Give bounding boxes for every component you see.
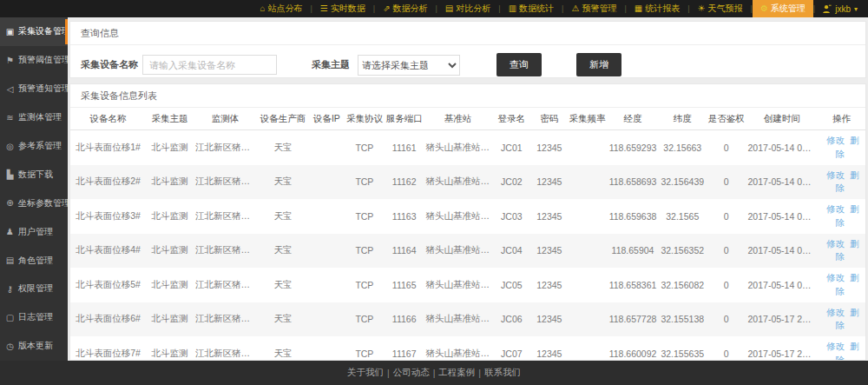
table-cell: 猪头山基准站02 [424,130,492,165]
table-cell: 猪头山基准站02 [424,199,492,234]
device-table: 设备名称采集主题监测体设备生产商设备IP采集协议服务端口基准站登录名密码采集频率… [70,108,865,361]
column-header: 密码 [531,108,567,130]
nav-item-0[interactable]: ⌂站点分布 [252,0,310,17]
actions-cell: 修改删除 [818,234,865,269]
sidebar-item-label: 参考系管理 [18,140,62,152]
nav-item-8[interactable]: ⚙系统管理 [753,0,813,17]
edit-link[interactable]: 修改 [826,238,845,249]
edit-link[interactable]: 修改 [826,135,845,145]
table-cell: 天宝 [257,336,309,361]
table-cell: 2017-05-14 00:45:08 [746,130,818,165]
sidebar-item-label: 采集设备管理 [18,25,70,37]
version-clock-icon: ◷ [5,342,15,351]
nav-item-2[interactable]: ⇗数据分析 [375,0,435,17]
nav-item-6[interactable]: ▦统计报表 [627,0,687,17]
table-cell: 江北新区猪头山(猪... [194,199,257,234]
wifi-signal-icon: ≋ [5,113,15,123]
home-icon: ⌂ [260,4,265,13]
table-cell: 32.156439 [659,165,707,200]
table-row: 北斗表面位移2#北斗监测江北新区猪头山(猪...天宝TCP11162猪头山基准站… [70,165,865,200]
query-form: 采集设备名称 采集主题 请选择采集主题 查询 新增 [70,45,865,84]
edit-link[interactable]: 修改 [826,203,845,214]
sidebar-item-6[interactable]: ⊕坐标参数管理 [0,189,68,217]
lock-key-icon: ⚷ [5,284,15,294]
table-cell: 北斗监测 [146,234,194,269]
table-cell: 11167 [385,336,424,361]
table-cell [567,130,607,165]
table-row: 北斗表面位移6#北斗监测江北新区猪头山(猪...天宝TCP11166猪头山基准站… [70,302,865,337]
compare-doc-icon: ▤ [445,4,453,13]
sidebar-item-4[interactable]: ◎参考系管理 [0,132,68,161]
search-button[interactable]: 查询 [496,53,542,76]
gear-icon: ⚙ [760,4,768,13]
nav-item-3[interactable]: ▤对比分析 [437,0,498,17]
topic-select[interactable]: 请选择采集主题 [358,55,460,76]
sidebar-item-9[interactable]: ⚷权限管理 [0,275,68,303]
add-button[interactable]: 新增 [576,53,621,76]
download-chart-icon: ▙ [5,169,15,179]
sidebar-item-0[interactable]: ▣采集设备管理 [0,17,68,46]
table-cell: TCP [345,130,385,165]
bar-chart-icon: ▥ [509,4,516,13]
table-cell: 32.15663 [659,130,707,165]
table-cell: 北斗表面位移6# [70,302,146,337]
table-row: 北斗表面位移3#北斗监测江北新区猪头山(猪...天宝TCP11163猪头山基准站… [70,199,865,234]
sidebar-item-1[interactable]: ⚑预警阈值管理 [0,46,68,75]
sidebar-item-label: 角色管理 [18,255,53,267]
table-cell: 11162 [385,165,424,200]
notification-speaker-icon: ◁ [5,84,15,94]
nav-item-1[interactable]: ☰实时数据 [312,0,373,17]
column-header: 操作 [818,108,865,130]
footer-link-0[interactable]: 关于我们 [347,367,384,379]
column-header: 纬度 [659,108,707,130]
table-cell: 猪头山基准站02 [424,234,492,269]
table-cell: 江北新区猪头山(猪... [194,302,257,337]
query-panel-title: 查询信息 [70,22,865,45]
table-cell: 北斗表面位移4# [70,234,146,269]
threshold-alert-icon: ⚑ [5,56,15,65]
footer-link-2[interactable]: 工程案例 [438,367,475,379]
sidebar-item-11[interactable]: ◷版本更新 [0,332,68,361]
edit-link[interactable]: 修改 [826,169,845,180]
column-header: 是否鉴权 [707,108,746,130]
table-cell: TCP [345,165,385,200]
actions-cell: 修改删除 [818,165,865,200]
sidebar-item-7[interactable]: ♟用户管理 [0,217,68,246]
nav-item-label: 对比分析 [456,3,490,15]
weather-sun-icon: ☀ [698,4,706,13]
device-name-input[interactable] [142,55,277,75]
role-card-icon: ▤ [5,256,15,265]
sidebar-item-8[interactable]: ▤角色管理 [0,246,68,275]
table-header-row: 设备名称采集主题监测体设备生产商设备IP采集协议服务端口基准站登录名密码采集频率… [70,108,865,130]
nav-item-5[interactable]: ⚠预警管理 [563,0,624,17]
footer-divider: | [387,368,390,378]
nav-item-4[interactable]: ▥数据统计 [501,0,562,17]
nav-item-7[interactable]: ☀天气预报 [690,0,751,17]
table-cell: 118.660092 [607,336,659,361]
table-cell: 天宝 [257,130,309,165]
edit-link[interactable]: 修改 [826,341,845,351]
trend-chart-icon: ⇗ [383,4,390,13]
actions-cell: 修改删除 [818,268,865,302]
footer-link-1[interactable]: 公司动态 [393,367,430,379]
sidebar-item-2[interactable]: ◁预警通知管理 [0,75,68,103]
table-cell: TCP [345,199,385,234]
table-cell: 2017-05-17 21:50:22 [746,302,818,337]
table-cell: 天宝 [257,268,309,302]
edit-link[interactable]: 修改 [826,307,845,317]
user-menu[interactable]: jxkb ▾ [815,4,868,14]
sidebar-item-label: 预警通知管理 [18,83,70,95]
footer-divider: | [478,368,481,378]
sidebar-item-label: 预警阈值管理 [18,54,70,66]
table-cell: JC03 [491,199,531,234]
table-cell: 11165 [385,268,424,302]
chevron-down-icon: ▾ [854,5,858,13]
footer-link-3[interactable]: 联系我们 [484,367,521,379]
sidebar-item-label: 监测体管理 [18,111,62,123]
footer-divider: | [433,368,436,378]
sidebar-item-10[interactable]: ▢日志管理 [0,303,68,332]
sidebar-item-3[interactable]: ≋监测体管理 [0,103,68,132]
sidebar-item-5[interactable]: ▙数据下载 [0,160,68,189]
top-nav: ⌂站点分布|☰实时数据|⇗数据分析|▤对比分析|▥数据统计|⚠预警管理|▦统计报… [0,0,868,17]
edit-link[interactable]: 修改 [826,272,845,282]
